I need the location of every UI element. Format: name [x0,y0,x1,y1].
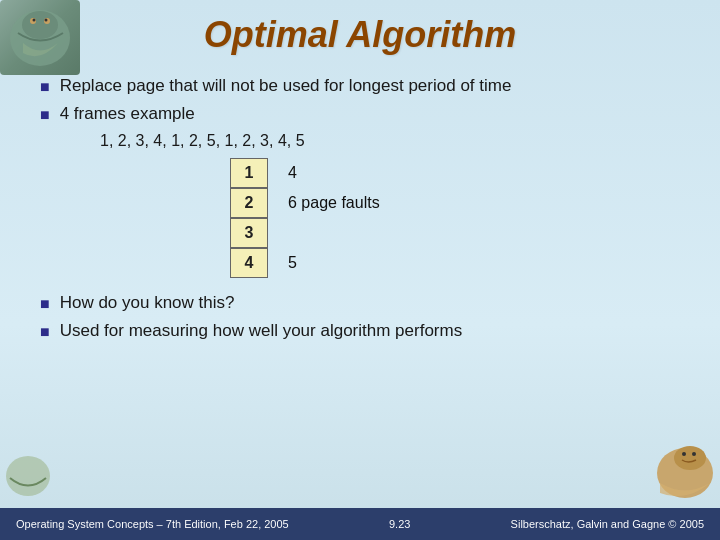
bullet-item-1: ■ Replace page that will not be used for… [40,76,680,96]
bullet-item-4: ■ Used for measuring how well your algor… [40,321,680,341]
svg-point-1 [22,11,58,39]
sub-sequence: 1, 2, 3, 4, 1, 2, 5, 1, 2, 3, 4, 5 [100,132,680,150]
side-value-5-row: 5 [288,248,380,278]
bullet-text-3: How do you know this? [60,293,235,313]
page-faults-row: 6 page faults [288,188,380,218]
footer-right: Silberschatz, Galvin and Gagne © 2005 [511,518,704,530]
frames-area: 1 2 3 4 4 6 page faults 5 [230,158,680,278]
footer: Operating System Concepts – 7th Edition,… [0,508,720,540]
bullet-text-2: 4 frames example [60,104,195,124]
svg-point-8 [682,452,686,456]
bullet-icon-4: ■ [40,323,50,341]
frame-cell-2: 2 [230,188,268,218]
svg-point-5 [44,18,47,21]
frame-cell-4: 4 [230,248,268,278]
page-faults-label: 6 page faults [288,194,380,212]
bullet-item-3: ■ How do you know this? [40,293,680,313]
frame-cell-3: 3 [230,218,268,248]
value-4: 4 [288,164,297,182]
bullet-icon-3: ■ [40,295,50,313]
bottom-right-decoration [630,428,720,508]
slide-title: Optimal Algorithm [0,0,720,66]
side-value-top: 4 [288,158,380,188]
bullet-icon-1: ■ [40,78,50,96]
bullet-icon-2: ■ [40,106,50,124]
svg-point-9 [692,452,696,456]
main-content: ■ Replace page that will not be used for… [0,66,720,359]
frame-cell-1: 1 [230,158,268,188]
values-column: 4 6 page faults 5 [288,158,380,278]
decoration-image-top [0,0,80,75]
svg-point-10 [6,456,50,496]
svg-point-4 [32,18,35,21]
bottom-left-decoration [0,448,60,508]
slide: Optimal Algorithm ■ Replace page that wi… [0,0,720,540]
top-left-decoration [0,0,100,80]
value-5: 5 [288,254,297,272]
bullet-text-1: Replace page that will not be used for l… [60,76,512,96]
snake-top-svg [3,3,78,73]
frames-column: 1 2 3 4 [230,158,268,278]
footer-left: Operating System Concepts – 7th Edition,… [16,518,289,530]
bullet-text-4: Used for measuring how well your algorit… [60,321,463,341]
bottom-left-svg [0,448,55,503]
bullet-item-2: ■ 4 frames example [40,104,680,124]
footer-center: 9.23 [389,518,410,530]
snake-bottom-svg [630,428,720,508]
title-text: Optimal Algorithm [0,14,720,56]
svg-point-7 [674,446,706,470]
empty-row [288,218,380,248]
